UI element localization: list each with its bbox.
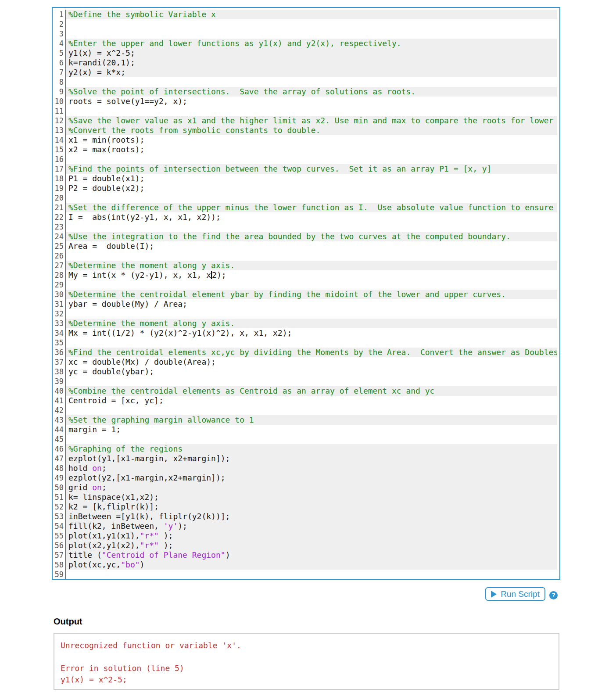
code-line-content[interactable]: margin = 1; [66,425,557,434]
code-line-content[interactable]: k=randi(20,1); [66,58,557,68]
code-line-content[interactable]: I = abs(int(y2-y1, x, x1, x2)); [66,212,557,222]
code-line-content[interactable]: %Solve the point of intersections. Save … [66,87,557,97]
code-line-content[interactable]: inBetween =[y1(k), fliplr(y2(k))]; [66,512,557,521]
code-line-content[interactable]: %Set the graphing margin allowance to 1 [66,415,557,425]
code-line-content[interactable]: y2(x) = k*x; [66,68,557,77]
play-icon [491,591,497,598]
code-line: 52k2 = [k,fliplr(k)]; [53,502,559,512]
code-line-content[interactable]: ybar = double(My) / Area; [66,299,557,309]
code-token: y1(x) = x^2-5; [68,48,135,57]
code-token: ybar = double(My) / Area; [68,299,187,309]
code-line-content[interactable]: Centroid = [xc, yc]; [66,396,557,405]
code-line-content[interactable] [66,377,557,386]
line-number: 54 [53,521,66,531]
code-line-content[interactable]: grid on; [66,483,557,492]
code-line-content[interactable]: %Find the centroidal elements xc,yc by d… [66,348,557,357]
code-line-content[interactable]: y1(x) = x^2-5; [66,48,557,58]
code-token: Centroid = [xc, yc]; [68,396,164,405]
code-line: 5y1(x) = x^2-5; [53,48,559,58]
code-line-content[interactable]: yc = double(ybar); [66,367,557,377]
code-line-content[interactable]: %Find the points of intersection between… [66,164,557,174]
code-line: 41Centroid = [xc, yc]; [53,396,559,405]
code-line: 40%Combine the centroidal elements as Ce… [53,386,559,396]
code-line-content[interactable]: %Determine the moment along y axis. [66,319,557,328]
code-line-content[interactable] [66,434,557,444]
code-line-content[interactable]: P2 = double(x2); [66,183,557,193]
code-line: 44margin = 1; [53,425,559,434]
code-line: 59 [53,570,559,579]
code-line-content[interactable]: Area = double(I); [66,241,557,251]
code-line-content[interactable] [66,154,557,164]
code-line-content[interactable] [66,251,557,261]
code-line-content[interactable] [66,222,557,232]
code-token: k=randi(20,1); [68,58,135,67]
line-number: 5 [53,48,66,58]
code-line-content[interactable]: Mx = int((1/2) * (y2(x)^2-y1(x)^2), x, x… [66,328,557,338]
code-line-content[interactable]: xc = double(Mx) / double(Area); [66,357,557,367]
run-script-button[interactable]: Run Script [485,587,545,601]
code-line: 4%Enter the upper and lower functions as… [53,39,559,48]
code-line-content[interactable] [66,309,557,319]
code-line: 6k=randi(20,1); [53,58,559,68]
code-line-content[interactable]: %Combine the centroidal elements as Cent… [66,386,557,396]
code-line-content[interactable] [66,570,557,579]
code-line-content[interactable]: ezplot(y2,[x1-margin,x2+margin]); [66,473,557,483]
code-line-content[interactable]: %Enter the upper and lower functions as … [66,39,557,48]
code-line-content[interactable]: %Convert the roots from symbolic constan… [66,126,557,135]
code-line: 26 [53,251,559,261]
code-line-content[interactable] [66,280,557,290]
code-token: ) [226,550,230,560]
code-line-content[interactable]: x1 = min(roots); [66,135,557,145]
code-line-content[interactable] [66,193,557,203]
code-token: ); [159,541,173,550]
code-line-content[interactable]: title ("Centroid of Plane Region") [66,550,557,560]
code-line-content[interactable]: roots = solve(y1==y2, x); [66,97,557,106]
code-line-content[interactable]: k2 = [k,fliplr(k)]; [66,502,557,512]
code-line-content[interactable]: fill(k2, inBetween, 'y'); [66,521,557,531]
output-line: Unrecognized function or variable 'x'. [61,640,559,651]
code-rows: 1%Define the symbolic Variable x234%Ente… [53,10,559,579]
code-line: 22I = abs(int(y2-y1, x, x1, x2)); [53,212,559,222]
code-editor[interactable]: 1%Define the symbolic Variable x234%Ente… [52,7,560,580]
code-line-content[interactable]: %Determine the centroidal element ybar b… [66,290,557,299]
code-line-content[interactable]: %Determine the moment along y axis. [66,261,557,270]
line-number: 32 [53,309,66,319]
code-line-content[interactable] [66,19,557,29]
line-number: 22 [53,212,66,222]
code-line-content[interactable] [66,338,557,348]
code-line-content[interactable]: hold on; [66,463,557,473]
output-lines: Unrecognized function or variable 'x'. E… [61,640,559,685]
code-line-content[interactable]: plot(x2,y1(x2),"r*" ); [66,541,557,550]
code-line-content[interactable] [66,106,557,116]
code-line-content[interactable] [66,405,557,415]
code-line-content[interactable]: %Graphing of the regions [66,444,557,454]
line-number: 37 [53,357,66,367]
code-line-content[interactable]: k= linspace(x1,x2); [66,492,557,502]
output-line: Error in solution (line 5) [61,663,559,674]
comment-token: %Find the points of intersection between… [68,164,492,173]
code-line-content[interactable]: My = int(x * (y2-y1), x, x1, x2); [66,270,557,280]
code-line-content[interactable]: %Define the symbolic Variable x [66,10,557,19]
code-line-content[interactable]: plot(xc,yc,"bo") [66,560,557,570]
code-line-content[interactable]: %Use the integration to the find the are… [66,232,557,241]
code-line-content[interactable]: P1 = double(x1); [66,174,557,183]
code-line-content[interactable]: ezplot(y1,[x1-margin, x2+margin]); [66,454,557,463]
line-number: 26 [53,251,66,261]
comment-token: %Set the difference of the upper minus t… [68,203,553,212]
line-number: 2 [53,19,66,29]
code-line-content[interactable]: x2 = max(roots); [66,145,557,154]
code-line-content[interactable]: %Save the lower value as x1 and the high… [66,116,557,126]
code-line-content[interactable] [66,29,557,39]
output-panel: Unrecognized function or variable 'x'. E… [54,633,559,690]
code-line: 11 [53,106,559,116]
line-number: 50 [53,483,66,492]
line-number: 19 [53,183,66,193]
code-token: title ( [68,550,102,560]
code-line-content[interactable]: %Set the difference of the upper minus t… [66,203,557,212]
output-heading: Output [54,617,82,627]
code-line: 47ezplot(y1,[x1-margin, x2+margin]); [53,454,559,463]
code-line-content[interactable]: plot(x1,y1(x1),"r*" ); [66,531,557,541]
line-number: 13 [53,126,66,135]
help-icon[interactable]: ? [549,591,558,599]
code-line-content[interactable] [66,77,557,87]
